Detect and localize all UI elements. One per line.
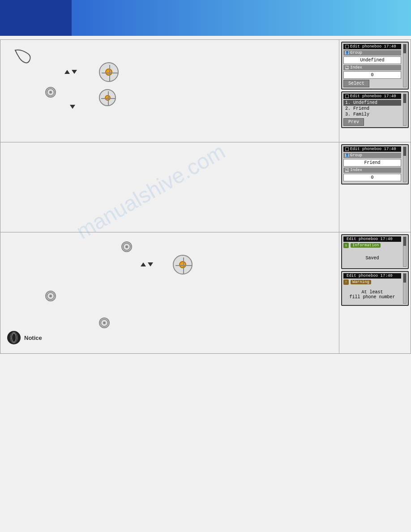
nav-cross-top (99, 62, 119, 82)
svg-point-11 (49, 295, 52, 297)
index-value: 0 (343, 71, 401, 79)
tri-up-r3 (141, 262, 146, 266)
row2-panels: Edit phoneboo 17:40 👤 Group Friend No In… (339, 142, 411, 232)
header (0, 0, 411, 36)
section-row-3: Notice Edit phoneboo 17:40 i Information… (0, 232, 411, 354)
notice-label: Notice (24, 335, 42, 341)
panel2-scrollbar[interactable] (403, 94, 407, 126)
row2-group-value: Friend (343, 159, 401, 167)
svg-point-13 (103, 322, 106, 324)
group-label: 👤 Group (343, 50, 401, 56)
info-icon: i (343, 243, 349, 248)
tri-up-icon (64, 70, 70, 74)
panel-warning: Edit phoneboo 17:40 ! Warning At least f… (341, 271, 409, 306)
index-label: No Index (343, 65, 401, 70)
panel-info-scrollbar[interactable] (403, 236, 407, 267)
row2-group-icon: 👤 (345, 154, 349, 157)
scroll-icon-left (45, 87, 56, 98)
scroll-icon-r3-bottom (45, 291, 56, 301)
group-icon: 👤 (345, 51, 349, 55)
row2-index-label: No Index (343, 167, 401, 173)
row2-group-label: 👤 Group (343, 153, 401, 158)
row3-diagram: Notice (0, 232, 339, 353)
row3-panels: Edit phoneboo 17:40 i Information Saved … (339, 232, 411, 353)
row2-diagram (0, 142, 339, 232)
panel-list: Edit phoneboo 17:40 1. Undefined 2. Frie… (341, 91, 409, 128)
info-badge: Information (351, 243, 381, 248)
scroll-icon-r3-top (121, 241, 132, 252)
info-body: Saved (343, 249, 401, 267)
warning-icon: ! (343, 279, 349, 285)
tri-down-single (70, 103, 75, 111)
info-panel-title: Edit phoneboo 17:40 (343, 236, 401, 242)
warning-badge: Warning (351, 280, 371, 284)
tri-down-icon (72, 70, 77, 74)
row2-index-icon: No (345, 168, 349, 172)
row1-diagram (0, 40, 339, 142)
panel-warning-scrollbar[interactable] (403, 273, 407, 304)
list-item-undefined[interactable]: 1. Undefined (343, 100, 401, 106)
row1-panels: Edit phoneboo 17:40 👤 Group Undefined No… (339, 40, 411, 142)
notice-block: Notice (7, 331, 42, 344)
tri-up-down-pair-top (64, 70, 77, 74)
warning-panel-title: Edit phoneboo 17:40 (343, 273, 401, 279)
prev-button[interactable]: Prev (343, 118, 364, 126)
nav-cross-bottom (99, 89, 116, 106)
tri-down-r3 (148, 262, 153, 266)
panel-group-index: Edit phoneboo 17:40 👤 Group Undefined No… (341, 42, 409, 90)
svg-point-3 (49, 91, 52, 94)
tri-pair-r3 (141, 262, 153, 266)
row2-index-value: 0 (343, 174, 401, 181)
panel-friend: Edit phoneboo 17:40 👤 Group Friend No In… (341, 144, 409, 184)
select-button[interactable]: Select (343, 80, 369, 87)
panel3-scrollbar[interactable] (403, 146, 407, 182)
header-blue-block (0, 0, 72, 36)
panel1-title: Edit phoneboo 17:40 (343, 44, 401, 49)
svg-point-7 (125, 245, 128, 248)
svg-point-14 (8, 332, 20, 343)
warning-body: At least fill phone number (343, 286, 401, 304)
panel3-title: Edit phoneboo 17:40 (343, 146, 401, 152)
panel2-title: Edit phoneboo 17:40 (343, 94, 401, 99)
panel1-scrollbar[interactable] (403, 44, 407, 87)
cursor-arrow-icon (12, 48, 34, 68)
section-row-2: Edit phoneboo 17:40 👤 Group Friend No In… (0, 142, 411, 232)
panel-info: Edit phoneboo 17:40 i Information Saved (341, 234, 409, 269)
group-value: Undefined (343, 56, 401, 64)
nav-cross-r3 (173, 255, 193, 275)
list-item-family[interactable]: 3. Family (343, 112, 401, 117)
scroll-icon-r3-notice (99, 317, 110, 328)
notice-icon (7, 331, 21, 344)
list-item-friend[interactable]: 2. Friend (343, 106, 401, 112)
index-icon: No (345, 66, 349, 69)
section-row-1: Edit phoneboo 17:40 👤 Group Undefined No… (0, 39, 411, 142)
